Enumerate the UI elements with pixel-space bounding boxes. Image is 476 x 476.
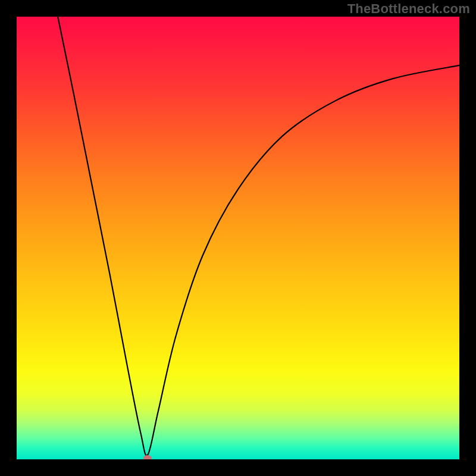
plot-area [17,17,459,459]
watermark-label: TheBottleneck.com [347,1,470,17]
minimum-marker [143,455,152,459]
chart-frame: TheBottleneck.com [0,0,476,476]
bottleneck-curve [17,17,459,459]
